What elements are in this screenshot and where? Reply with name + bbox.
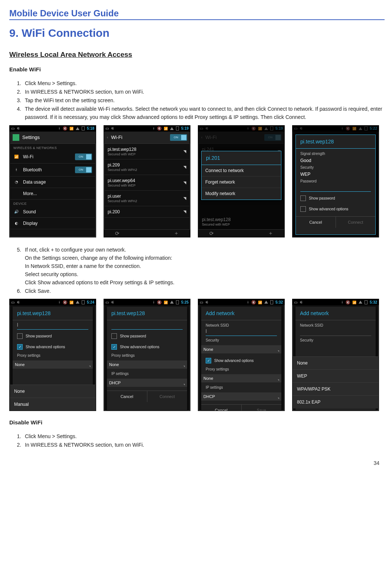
battery-icon (176, 126, 179, 130)
network-name: pi.209 (108, 162, 180, 168)
wifi-network[interactable]: pi.test.wep128Secured with WEP◥ (104, 144, 190, 159)
notification-icon: ▭ (11, 126, 14, 130)
wifi-below-dim: pi.test.wep128Secured with WEP (198, 214, 284, 230)
network-name: pi.user (108, 194, 180, 199)
show-password-checkbox[interactable]: Show password (300, 194, 371, 203)
show-advanced-checkbox[interactable]: Show advanced options (17, 343, 88, 351)
security-option-none[interactable]: None (293, 356, 379, 369)
back-icon[interactable]: ‹ (107, 135, 108, 139)
ip-select[interactable]: DHCP (107, 379, 187, 387)
network-security: Secured with WEP (108, 184, 180, 187)
bluetooth-icon (247, 300, 249, 304)
dropdown-caret-icon (278, 350, 279, 352)
wifi-icon (69, 300, 74, 304)
security-select[interactable]: None (201, 345, 281, 353)
dialog-body: Show password Show advanced options Prox… (107, 320, 187, 391)
dialog-buttons: Cancel Save (201, 404, 281, 411)
dropdown-caret-icon (183, 384, 185, 385)
menu-item-forget[interactable]: Forget network (202, 177, 281, 188)
show-password-checkbox[interactable]: Show password (17, 332, 88, 340)
wifi-icon (69, 126, 74, 130)
screenshot-row-2: ▭⚟ 🔇5:24 pi.test.wep128 | Show password … (9, 299, 385, 411)
cancel-button[interactable]: Cancel (201, 405, 242, 411)
checkbox-label: Show advanced options (120, 345, 159, 349)
phone-network-menu: ▭⚟ 🔇5:19 ‹ Wi-Fi ON pi.241Connected◥ pi.… (198, 125, 285, 237)
password-input[interactable]: | (17, 323, 88, 330)
proxy-select[interactable]: None (13, 360, 93, 369)
settings-row-sound[interactable]: 🔊 Sound (10, 206, 96, 218)
show-advanced-checkbox[interactable]: Show advanced options (206, 356, 277, 365)
row-label: Wi-Fi (23, 154, 33, 159)
settings-row-display[interactable]: ◐ Display (10, 218, 96, 229)
advanced-dialog: pi.test.wep128 Show password Show advanc… (107, 307, 187, 411)
phone-wifi-list: ▭⚟ 🔇5:19 ‹ Wi-Fi ON pi.test.wep128Secure… (104, 125, 190, 237)
connect-button[interactable]: Connect (147, 391, 187, 402)
action-bar: Settings (10, 132, 96, 144)
proxy-select[interactable]: None (107, 360, 187, 369)
wifi-signal-icon: ◥ (183, 196, 186, 200)
battery-icon (365, 300, 368, 304)
soft-bar: ⟳ ＋ (104, 229, 190, 237)
wifi-network[interactable]: pi.200◥ (104, 206, 190, 218)
password-input[interactable] (300, 185, 371, 192)
wifi-network[interactable]: pi.user.wep64Secured with WEP◥ (104, 175, 190, 191)
dropdown-option-manual[interactable]: Manual (10, 398, 96, 411)
settings-row-more[interactable]: More... (10, 188, 96, 200)
password-input[interactable] (111, 323, 183, 330)
action-bar: ‹ Wi-Fi ON (104, 132, 190, 144)
show-advanced-checkbox[interactable]: Show advanced options (300, 205, 371, 213)
step-item: Tap the WiFi text on the setting screen. (23, 96, 385, 104)
network-dialog: pi.201 Connect to network Forget network… (201, 151, 281, 200)
show-password-checkbox[interactable]: Show password (111, 332, 183, 340)
bluetooth-icon (153, 300, 155, 304)
dropdown-caret-icon (278, 379, 279, 381)
battery-icon (82, 126, 85, 130)
phone-security-menu: ▭⚟ 🔇5:32 Add network Network SSID Securi… (292, 299, 379, 411)
save-button[interactable]: Save (242, 405, 282, 411)
row-label: More... (23, 191, 37, 196)
security-option-8021x[interactable]: 802.1x EAP (293, 395, 379, 408)
connect-button[interactable]: Connect (336, 217, 376, 228)
menu-item-connect[interactable]: Connect to network (202, 165, 281, 177)
security-option-wpa[interactable]: WPA/WPA2 PSK (293, 382, 379, 395)
bluetooth-toggle[interactable]: ON (75, 166, 92, 173)
dropdown-option-none[interactable]: None (10, 385, 96, 398)
ssid-input[interactable]: | (206, 330, 277, 336)
wifi-network[interactable]: pi.209Secured with WPA2◥ (104, 159, 190, 175)
wifi-signal-icon: ◥ (183, 181, 186, 185)
proxy-select[interactable]: None (201, 374, 281, 382)
add-network-icon[interactable]: ＋ (174, 230, 179, 237)
wifi-toggle[interactable]: ON (170, 134, 187, 141)
network-name: pi.test.wep128 (108, 147, 180, 152)
phone-connect-dialog: ▭⚟ 🔇5:22 pi.test.wep128 Signal strength … (292, 125, 379, 237)
network-security: Secured with WPA2 (108, 199, 180, 203)
checkbox-icon (300, 195, 306, 201)
signal-icon (170, 127, 174, 130)
ssid-input[interactable] (300, 330, 371, 336)
settings-row-bluetooth[interactable]: ᚼ Bluetooth ON (10, 164, 96, 177)
show-advanced-checkbox[interactable]: Show advanced options (111, 343, 183, 351)
wifi-network[interactable]: pi.userSecured with WPA2◥ (104, 191, 190, 206)
doc-header: Mobile Device User Guide (9, 8, 385, 20)
enable-steps-2: If not, click + to configure your own ne… (9, 246, 385, 295)
category-label: DEVICE (10, 200, 96, 206)
wifi-signal-icon: ◥ (183, 149, 186, 153)
settings-row-datausage[interactable]: ◔ Data usage (10, 177, 96, 188)
security-label: Security (300, 165, 371, 169)
notification-icon: ⚟ (17, 126, 20, 130)
settings-icon (13, 134, 19, 141)
settings-row-wifi[interactable]: 📶 Wi-Fi ON (10, 151, 96, 164)
checkbox-icon (111, 333, 117, 339)
refresh-icon[interactable]: ⟳ (115, 230, 120, 236)
checkbox-icon (206, 358, 211, 363)
cancel-button[interactable]: Cancel (107, 391, 147, 402)
battery-icon (270, 300, 273, 304)
security-option-wep[interactable]: WEP (293, 369, 379, 382)
sound-icon: 🔊 (13, 210, 19, 214)
ip-select[interactable]: DHCP (201, 392, 281, 401)
wifi-icon (164, 126, 168, 130)
phone-advanced-ip: ▭⚟ 🔇5:25 pi.test.wep128 Show password Sh… (104, 299, 190, 411)
wifi-toggle[interactable]: ON (75, 153, 92, 160)
cancel-button[interactable]: Cancel (296, 217, 336, 228)
menu-item-modify[interactable]: Modify network (202, 188, 281, 200)
